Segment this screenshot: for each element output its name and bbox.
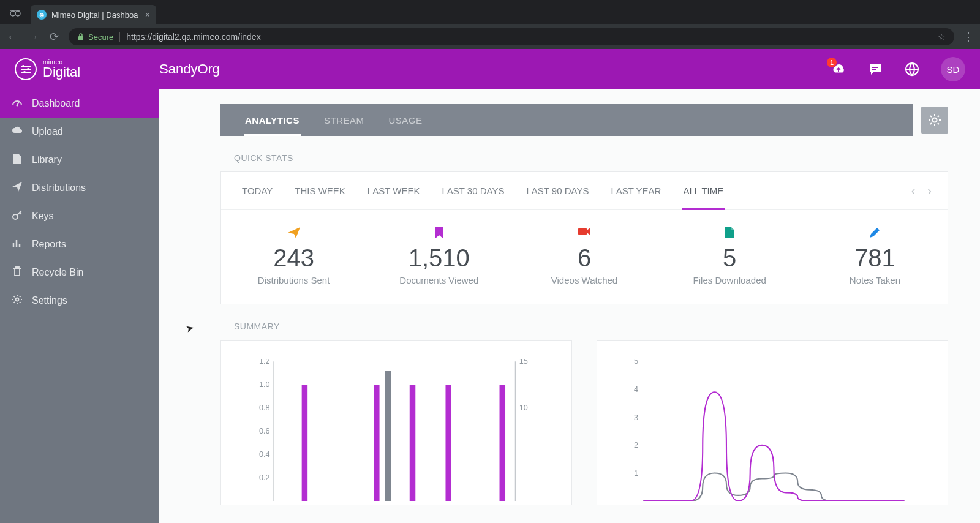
browser-menu-icon[interactable]: ⋮: [963, 30, 974, 43]
sidebar-item-label: Distributions: [32, 182, 86, 194]
svg-point-8: [13, 214, 18, 219]
bookmark-icon: [366, 226, 511, 241]
svg-point-3: [22, 65, 24, 67]
sidebar-item-upload[interactable]: Upload: [0, 118, 159, 146]
sidebar-item-reports[interactable]: Reports: [0, 230, 159, 258]
chevron-right-icon[interactable]: ›: [921, 184, 938, 198]
tab-stream[interactable]: STREAM: [312, 104, 377, 136]
svg-point-0: [10, 11, 15, 16]
reload-icon[interactable]: ⟳: [48, 30, 60, 43]
svg-text:15: 15: [519, 359, 528, 366]
paper-plane-icon: [221, 226, 366, 241]
period-last-30-days[interactable]: LAST 30 DAYS: [431, 172, 515, 209]
svg-text:1.2: 1.2: [259, 359, 270, 366]
app-root: mimeo Digital SandyOrg 1 SD DashboardUpl…: [0, 49, 980, 523]
back-icon[interactable]: ←: [6, 31, 18, 43]
svg-text:10: 10: [519, 404, 528, 412]
sidebar-item-distributions[interactable]: Distributions: [0, 174, 159, 202]
sidebar-item-library[interactable]: Library: [0, 146, 159, 174]
sidebar: DashboardUploadLibraryDistributionsKeysR…: [0, 89, 159, 523]
period-last-90-days[interactable]: LAST 90 DAYS: [515, 172, 600, 209]
stat-value: 5: [657, 244, 802, 271]
browser-tab-title: Mimeo Digital | Dashboa: [51, 10, 140, 20]
video-icon: [511, 226, 657, 241]
stat-documents-viewed: 1,510Documents Viewed: [366, 226, 511, 285]
period-all-time[interactable]: ALL TIME: [672, 172, 734, 209]
stat-label: Notes Taken: [802, 275, 948, 285]
svg-text:1: 1: [634, 469, 638, 478]
sidebar-item-label: Recycle Bin: [32, 267, 83, 278]
url-text: https://digital2.qa.mimeo.com/index: [126, 32, 260, 42]
svg-point-10: [933, 118, 937, 122]
svg-rect-27: [385, 371, 391, 501]
brand[interactable]: mimeo Digital: [15, 58, 159, 80]
file-download-icon: [657, 226, 802, 241]
browser-toolbar: ← → ⟳ Secure https://digital2.qa.mimeo.c…: [0, 24, 980, 49]
notification-badge: 1: [827, 58, 837, 67]
forward-icon[interactable]: →: [27, 31, 39, 43]
stat-value: 781: [802, 244, 948, 271]
svg-text:5: 5: [634, 359, 638, 366]
svg-text:2: 2: [634, 441, 638, 450]
stat-value: 1,510: [366, 244, 511, 271]
sidebar-item-label: Dashboard: [32, 98, 80, 109]
trash-icon: [11, 266, 23, 279]
svg-point-4: [27, 68, 29, 70]
sidebar-item-settings[interactable]: Settings: [0, 287, 159, 315]
tab-analytics[interactable]: ANALYTICS: [233, 104, 312, 136]
avatar[interactable]: SD: [941, 57, 965, 81]
stat-videos-watched: 6Videos Watched: [511, 226, 657, 285]
period-last-week[interactable]: LAST WEEK: [356, 172, 431, 209]
period-today[interactable]: TODAY: [231, 172, 284, 209]
stat-notes-taken: 781Notes Taken: [802, 226, 948, 285]
gauge-icon: [11, 97, 23, 110]
brand-title: Digital: [43, 66, 80, 79]
pencil-icon: [802, 226, 948, 241]
address-bar[interactable]: Secure https://digital2.qa.mimeo.com/ind…: [69, 28, 954, 45]
svg-rect-11: [578, 228, 587, 235]
stat-label: Files Downloaded: [657, 275, 802, 285]
svg-text:0.8: 0.8: [259, 404, 270, 412]
summary-line-chart: 12345: [597, 340, 948, 505]
stat-label: Videos Watched: [511, 275, 657, 285]
brand-logo-icon: [15, 58, 37, 80]
svg-text:4: 4: [634, 385, 638, 394]
settings-button[interactable]: [921, 107, 948, 134]
bookmark-star-icon[interactable]: ☆: [938, 32, 946, 42]
svg-rect-22: [302, 385, 307, 501]
sidebar-item-keys[interactable]: Keys: [0, 202, 159, 230]
line-chart-svg: 12345: [620, 359, 917, 501]
sidebar-item-label: Upload: [32, 126, 63, 137]
stat-value: 6: [511, 244, 657, 271]
org-name: SandyOrg: [159, 61, 220, 77]
stat-label: Distributions Sent: [221, 275, 366, 285]
app-header: mimeo Digital SandyOrg 1 SD: [0, 49, 980, 89]
secure-indicator: Secure: [77, 32, 113, 42]
send-icon: [11, 181, 23, 195]
stat-label: Documents Viewed: [366, 275, 511, 285]
tab-usage[interactable]: USAGE: [376, 104, 434, 136]
file-icon: [11, 153, 23, 167]
browser-tab[interactable]: ⊜ Mimeo Digital | Dashboa ×: [31, 5, 156, 24]
close-icon[interactable]: ×: [145, 10, 150, 20]
secure-label: Secure: [88, 32, 113, 42]
period-last-year[interactable]: LAST YEAR: [600, 172, 672, 209]
header-actions: 1 SD: [831, 57, 965, 81]
app-body: DashboardUploadLibraryDistributionsKeysR…: [0, 89, 980, 523]
sidebar-item-dashboard[interactable]: Dashboard: [0, 89, 159, 118]
svg-rect-26: [500, 385, 505, 501]
messages-icon[interactable]: [867, 61, 883, 77]
svg-text:1.0: 1.0: [259, 380, 270, 389]
cloud-upload-button[interactable]: 1: [831, 61, 846, 77]
gear-icon: [11, 294, 23, 307]
sidebar-item-recycle-bin[interactable]: Recycle Bin: [0, 258, 159, 287]
globe-icon[interactable]: [904, 61, 920, 77]
chevron-left-icon[interactable]: ‹: [905, 184, 922, 198]
period-this-week[interactable]: THIS WEEK: [284, 172, 356, 209]
svg-text:0.2: 0.2: [259, 473, 270, 482]
svg-point-9: [16, 298, 19, 301]
key-icon: [11, 209, 23, 223]
avatar-initials: SD: [947, 64, 960, 75]
summary-label: SUMMARY: [221, 322, 948, 331]
svg-rect-24: [410, 385, 415, 501]
